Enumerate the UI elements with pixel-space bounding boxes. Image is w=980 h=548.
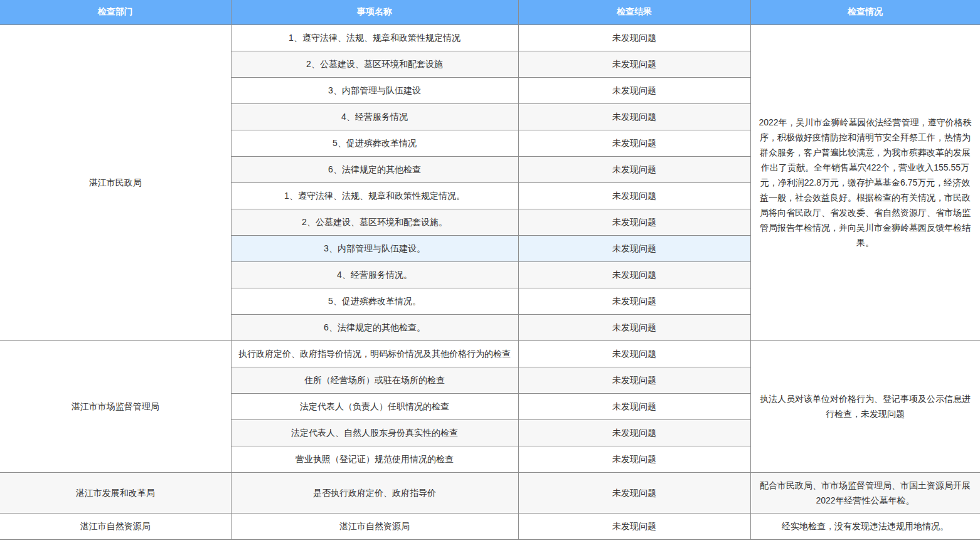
result-cell: 未发现问题 <box>518 77 750 103</box>
result-cell: 未发现问题 <box>518 209 750 235</box>
situation-cell: 配合市民政局、市市场监督管理局、市国土资源局开展2022年经营性公墓年检。 <box>750 472 980 513</box>
situation-cell: 执法人员对该单位对价格行为、登记事项及公示信息进行检查，未发现问题 <box>750 340 980 472</box>
item-name-cell: 法定代表人、自然人股东身份真实性的检查 <box>231 419 518 446</box>
department-cell: 湛江市自然资源局 <box>0 513 231 539</box>
item-name-cell: 2、公墓建设、墓区环境和配套设施。 <box>231 209 518 235</box>
item-name-cell: 5、促进殡葬改革情况 <box>231 130 518 156</box>
inspection-table-body: 湛江市民政局1、遵守法律、法规、规章和政策性规定情况未发现问题2022年，吴川市… <box>0 24 980 539</box>
header-result: 检查结果 <box>518 0 750 24</box>
item-name-cell: 2、公墓建设、墓区环境和配套设施 <box>231 51 518 77</box>
department-cell: 湛江市发展和改革局 <box>0 472 231 513</box>
table-row[interactable]: 湛江市发展和改革局是否执行政府定价、政府指导价未发现问题配合市民政局、市市场监督… <box>0 472 980 513</box>
item-name-cell: 法定代表人（负责人）任职情况的检查 <box>231 393 518 419</box>
item-name-cell: 6、法律规定的其他检查。 <box>231 314 518 340</box>
item-name-cell: 是否执行政府定价、政府指导价 <box>231 472 518 513</box>
item-name-cell: 3、内部管理与队伍建设 <box>231 77 518 103</box>
item-name-cell: 4、经营服务情况 <box>231 103 518 130</box>
department-cell: 湛江市民政局 <box>0 24 231 340</box>
header-item-name: 事项名称 <box>231 0 518 24</box>
result-cell: 未发现问题 <box>518 288 750 314</box>
result-cell: 未发现问题 <box>518 367 750 393</box>
situation-cell: 经实地检查，没有发现违法违规用地情况。 <box>750 513 980 539</box>
table-row[interactable]: 湛江市自然资源局湛江市自然资源局未发现问题经实地检查，没有发现违法违规用地情况。 <box>0 513 980 539</box>
result-cell: 未发现问题 <box>518 393 750 419</box>
result-cell: 未发现问题 <box>518 235 750 261</box>
table-header: 检查部门 事项名称 检查结果 检查情况 <box>0 0 980 24</box>
item-name-cell: 4、经营服务情况。 <box>231 261 518 288</box>
result-cell: 未发现问题 <box>518 419 750 446</box>
result-cell: 未发现问题 <box>518 314 750 340</box>
result-cell: 未发现问题 <box>518 340 750 367</box>
item-name-cell: 3、内部管理与队伍建设。 <box>231 235 518 261</box>
situation-cell: 2022年，吴川市金狮岭墓园依法经营管理，遵守价格秩序，积极做好疫情防控和清明节… <box>750 24 980 340</box>
result-cell: 未发现问题 <box>518 261 750 288</box>
result-cell: 未发现问题 <box>518 103 750 130</box>
result-cell: 未发现问题 <box>518 446 750 472</box>
result-cell: 未发现问题 <box>518 51 750 77</box>
header-department: 检查部门 <box>0 0 231 24</box>
item-name-cell: 湛江市自然资源局 <box>231 513 518 539</box>
result-cell: 未发现问题 <box>518 130 750 156</box>
department-cell: 湛江市市场监督管理局 <box>0 340 231 472</box>
item-name-cell: 1、遵守法律、法规、规章和政策性规定情况。 <box>231 182 518 209</box>
item-name-cell: 1、遵守法律、法规、规章和政策性规定情况 <box>231 24 518 51</box>
item-name-cell: 6、法律规定的其他检查 <box>231 156 518 182</box>
table-row[interactable]: 湛江市市场监督管理局执行政府定价、政府指导价情况，明码标价情况及其他价格行为的检… <box>0 340 980 367</box>
result-cell: 未发现问题 <box>518 513 750 539</box>
result-cell: 未发现问题 <box>518 156 750 182</box>
table-row[interactable]: 湛江市民政局1、遵守法律、法规、规章和政策性规定情况未发现问题2022年，吴川市… <box>0 24 980 51</box>
result-cell: 未发现问题 <box>518 472 750 513</box>
item-name-cell: 住所（经营场所）或驻在场所的检查 <box>231 367 518 393</box>
result-cell: 未发现问题 <box>518 24 750 51</box>
header-row: 检查部门 事项名称 检查结果 检查情况 <box>0 0 980 24</box>
inspection-table: 检查部门 事项名称 检查结果 检查情况 湛江市民政局1、遵守法律、法规、规章和政… <box>0 0 980 540</box>
item-name-cell: 5、促进殡葬改革情况。 <box>231 288 518 314</box>
item-name-cell: 营业执照（登记证）规范使用情况的检查 <box>231 446 518 472</box>
result-cell: 未发现问题 <box>518 182 750 209</box>
header-situation: 检查情况 <box>750 0 980 24</box>
item-name-cell: 执行政府定价、政府指导价情况，明码标价情况及其他价格行为的检查 <box>231 340 518 367</box>
